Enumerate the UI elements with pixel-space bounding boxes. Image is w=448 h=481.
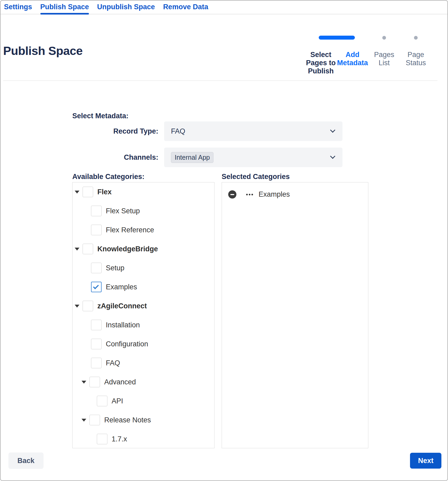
tree-row: FAQ [73, 353, 214, 372]
category-label: Flex [97, 188, 112, 196]
category-label: Examples [106, 283, 137, 291]
collapse-arrow-icon[interactable] [75, 191, 79, 194]
channels-select[interactable]: Internal App [164, 148, 342, 167]
installation-checkbox[interactable] [91, 320, 102, 330]
category-label: Configuration [106, 340, 148, 348]
selected-categories-title: Selected Categories [222, 172, 368, 181]
1-7-x-checkbox[interactable] [97, 434, 107, 444]
category-label: Setup [106, 264, 125, 272]
checkmark-icon [93, 283, 99, 289]
selected-categories-list: Examples [222, 182, 368, 448]
footer-actions: Back Next [1, 448, 447, 469]
category-label: zAgileConnect [97, 302, 147, 310]
collapse-arrow-icon[interactable] [82, 381, 86, 384]
category-label: 1.7.x [112, 435, 127, 443]
tree-row: Configuration [73, 334, 214, 353]
examples-checkbox[interactable] [91, 282, 102, 292]
available-categories-title: Available Categories: [72, 172, 215, 181]
record-type-label: Record Type: [1, 127, 158, 135]
available-categories-column: Available Categories: FlexFlex SetupFlex… [72, 172, 215, 448]
tab-remove-data[interactable]: Remove Data [163, 3, 208, 14]
next-button[interactable]: Next [410, 453, 441, 469]
api-checkbox[interactable] [97, 396, 107, 406]
drag-handle-icon[interactable] [246, 194, 253, 195]
tab-publish-space[interactable]: Publish Space [40, 3, 89, 14]
tree-row: Release Notes [73, 411, 214, 430]
flex-checkbox[interactable] [83, 187, 93, 197]
selected-categories-column: Selected Categories Examples [222, 172, 368, 448]
tree-row: API [73, 392, 214, 411]
tree-row: Advanced [73, 372, 214, 392]
chevron-down-icon [330, 128, 335, 133]
tree-row: 1.7.x [73, 430, 214, 448]
release-notes-checkbox[interactable] [89, 415, 100, 425]
step-label-pages-list: Pages List [368, 51, 400, 75]
channels-row: Channels: Internal App [1, 148, 447, 167]
step-label-add-metadata: Add Metadata [337, 51, 368, 75]
record-type-value: FAQ [171, 127, 185, 135]
faq-checkbox[interactable] [91, 358, 102, 368]
category-label: FAQ [106, 359, 120, 367]
flex-reference-checkbox[interactable] [91, 225, 102, 235]
remove-category-icon[interactable] [228, 190, 236, 199]
step-dot-page-status [414, 36, 418, 40]
step-label-page-status: Page Status [400, 51, 432, 75]
tree-row: Flex Reference [73, 220, 214, 239]
select-metadata-label: Select Metadata: [72, 112, 447, 120]
category-label: Installation [106, 321, 140, 329]
tree-row: Flex Setup [73, 201, 214, 220]
selected-category-label: Examples [259, 190, 290, 199]
record-type-select[interactable]: FAQ [164, 121, 342, 141]
categories-section: Available Categories: FlexFlex SetupFlex… [72, 172, 447, 448]
chevron-down-icon [330, 154, 335, 159]
stepper-indicators [305, 36, 432, 40]
record-type-row: Record Type: FAQ [1, 121, 447, 141]
page-title: Publish Space [3, 44, 83, 58]
back-button[interactable]: Back [8, 452, 44, 469]
tab-bar: SettingsPublish SpaceUnpublish SpaceRemo… [1, 1, 447, 15]
header-divider [3, 81, 437, 81]
channel-chip: Internal App [171, 152, 213, 163]
tree-row: KnowledgeBridge [73, 239, 214, 258]
page-header: Publish Space Select Pages to PublishAdd… [1, 15, 447, 75]
progress-pill [319, 36, 355, 40]
tree-row: Examples [73, 277, 214, 296]
category-label: KnowledgeBridge [97, 245, 158, 253]
tab-settings[interactable]: Settings [4, 3, 32, 14]
tree-row: Flex [73, 182, 214, 201]
tree-row: Installation [73, 315, 214, 334]
step-label-select-pages-to-publish: Select Pages to Publish [305, 51, 337, 75]
stepper-labels: Select Pages to PublishAdd MetadataPages… [305, 51, 432, 75]
available-categories-tree: FlexFlex SetupFlex ReferenceKnowledgeBri… [72, 182, 215, 448]
setup-checkbox[interactable] [91, 263, 102, 273]
tab-unpublish-space[interactable]: Unpublish Space [97, 3, 155, 14]
knowledgebridge-checkbox[interactable] [83, 244, 93, 254]
tree-row: zAgileConnect [73, 296, 214, 315]
collapse-arrow-icon[interactable] [75, 248, 79, 251]
collapse-arrow-icon[interactable] [75, 305, 79, 308]
category-label: Release Notes [104, 416, 151, 424]
category-label: Flex Reference [106, 226, 154, 234]
category-label: Flex Setup [106, 207, 140, 215]
zagileconnect-checkbox[interactable] [83, 301, 93, 311]
category-label: API [112, 397, 123, 405]
selected-category-row: Examples [222, 182, 368, 199]
tree-row: Setup [73, 258, 214, 277]
channels-label: Channels: [1, 153, 158, 162]
step-dot-pages-list [382, 36, 386, 40]
flex-setup-checkbox[interactable] [91, 206, 102, 216]
advanced-checkbox[interactable] [89, 377, 100, 387]
collapse-arrow-icon[interactable] [82, 419, 86, 422]
publish-space-screen: SettingsPublish SpaceUnpublish SpaceRemo… [0, 0, 448, 481]
wizard-stepper: Select Pages to PublishAdd MetadataPages… [305, 36, 432, 75]
configuration-checkbox[interactable] [91, 339, 102, 349]
category-label: Advanced [104, 378, 136, 386]
